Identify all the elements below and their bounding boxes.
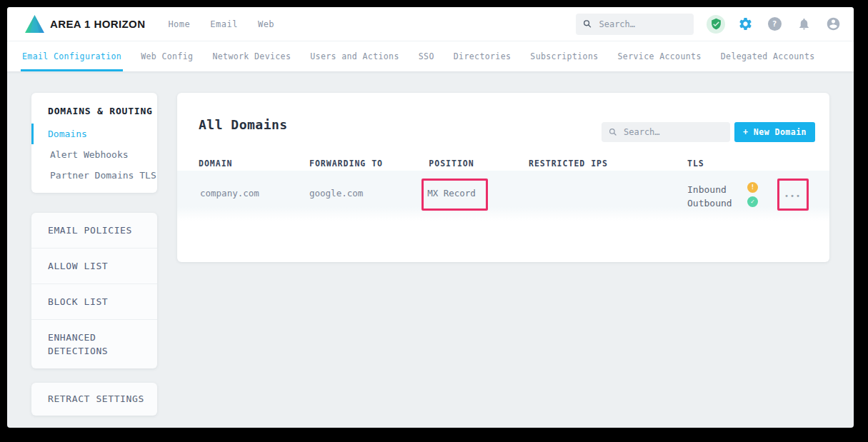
app-window: AREA 1 HORIZON Home Email Web [7,7,854,428]
tab-network-devices[interactable]: Network Devices [212,41,291,71]
sidebar-item-email-policies[interactable]: EMAIL POLICIES [31,213,157,248]
header-nav: Home Email Web [168,19,274,29]
column-forwarding-to: FORWARDING TO [309,159,383,169]
sidebar-item-allow-list[interactable]: ALLOW LIST [31,248,157,283]
sidebar-item-enhanced-detections[interactable]: ENHANCED DETECTIONS [31,319,157,368]
sidebar-item-partner-domains-tls[interactable]: Partner Domains TLS [31,165,157,186]
sidebar-domains-routing-card: DOMAINS & ROUTING Domains Alert Webhooks… [31,93,157,193]
sidebar-sections-card: EMAIL POLICIES ALLOW LIST BLOCK LIST ENH… [31,213,157,368]
logo-triangle-icon [25,15,44,33]
settings-gear-icon[interactable] [736,15,754,34]
check-icon: ✓ [747,196,758,207]
table-row: company.com google.com MX Record Inbound… [177,171,829,221]
config-tabbar: Email Configuration Web Config Network D… [7,41,854,71]
sidebar-section-title: DOMAINS & ROUTING [31,101,157,124]
column-position: POSITION [399,159,504,169]
forwarding-to-cell: google.com [309,188,363,199]
search-icon [609,127,617,137]
all-domains-panel: All Domains + New Domain DOMAIN FORWARDI… [177,93,829,262]
tab-sso[interactable]: SSO [419,41,434,71]
tab-delegated-accounts[interactable]: Delegated Accounts [721,41,815,71]
tls-outbound-label: Outbound [687,196,732,210]
sidebar-retract-card: RETRACT SETTINGS [31,383,157,416]
tab-web-config[interactable]: Web Config [141,41,193,71]
tab-email-configuration[interactable]: Email Configuration [22,41,121,71]
new-domain-button[interactable]: + New Domain [734,122,815,142]
table-header: DOMAIN FORWARDING TO POSITION RESTRICTED… [177,159,829,170]
warning-icon: ! [747,182,758,193]
tab-subscriptions[interactable]: Subscriptions [530,41,598,71]
domains-search-input[interactable] [622,126,723,138]
position-cell: MX Record [399,188,504,199]
top-header: AREA 1 HORIZON Home Email Web [7,7,854,41]
page-title: All Domains [199,117,288,132]
brand-name: AREA 1 HORIZON [50,18,145,30]
help-icon[interactable]: ? [765,15,784,34]
nav-email[interactable]: Email [210,19,238,29]
tab-service-accounts[interactable]: Service Accounts [618,41,702,71]
sidebar-item-alert-webhooks[interactable]: Alert Webhooks [31,144,157,165]
verified-shield-icon[interactable] [707,15,725,34]
tab-users-and-actions[interactable]: Users and Actions [310,41,399,71]
tab-directories[interactable]: Directories [454,41,512,71]
column-tls: TLS [687,159,704,169]
nav-home[interactable]: Home [168,19,190,29]
sidebar-item-domains[interactable]: Domains [31,124,157,144]
header-search-input[interactable] [597,19,687,30]
tls-cell: Inbound Outbound [687,183,732,210]
header-icons: ? [707,15,842,34]
column-domain: DOMAIN [199,159,233,169]
row-actions-menu-button[interactable]: ••• [782,186,804,205]
domains-search[interactable] [602,122,730,142]
tls-inbound-label: Inbound [687,183,732,196]
notifications-bell-icon[interactable] [794,15,813,34]
domain-cell: company.com [200,188,259,199]
nav-web[interactable]: Web [258,19,274,29]
sidebar-item-retract-settings[interactable]: RETRACT SETTINGS [31,383,157,416]
column-restricted-ips: RESTRICTED IPS [529,159,608,169]
tls-status-icons: ! ✓ [747,182,758,207]
search-icon [583,19,592,29]
account-icon[interactable] [824,15,842,34]
header-search[interactable] [576,14,694,35]
sidebar-item-block-list[interactable]: BLOCK LIST [31,283,157,319]
logo[interactable]: AREA 1 HORIZON [25,15,145,33]
